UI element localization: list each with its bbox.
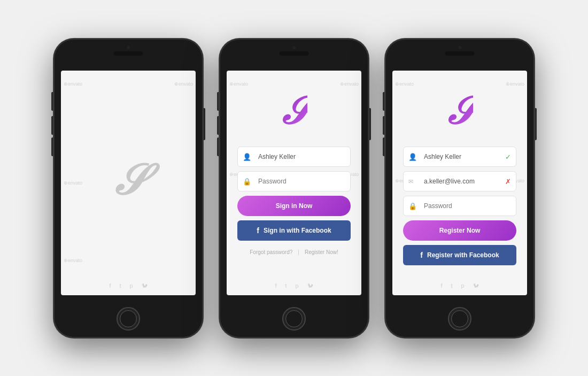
speaker-1 xyxy=(114,51,143,56)
register-now-button[interactable]: Register Now xyxy=(403,220,516,241)
user-icon: 👤 xyxy=(243,152,251,160)
home-button-1[interactable] xyxy=(117,307,140,331)
app-logo-signin: 𝒮 xyxy=(281,92,307,131)
social-icons-signin: f t p 🐿 xyxy=(227,282,361,289)
phone-top-1 xyxy=(114,46,143,56)
logo-letter-signin: 𝒮 xyxy=(281,92,307,131)
signin-footer: Forgot password? | Register Now! xyxy=(250,249,338,255)
envato-mark-r1: ⊕envato xyxy=(395,81,414,87)
camera-2 xyxy=(292,46,296,49)
camera-3 xyxy=(458,46,461,49)
footer-divider: | xyxy=(298,249,299,255)
splash-content: ⊕envato ⊕envato ⊕envato ⊕envato 𝒮 f t p … xyxy=(61,71,196,295)
register-now-link[interactable]: Register Now! xyxy=(305,249,338,255)
envato-mark-r2: ⊕envato xyxy=(506,81,524,87)
screen-signin: ⊕envato ⊕envato ⊕envato ⊕envato 𝒮 👤 🔒 xyxy=(227,71,361,295)
facebook-icon-register: f xyxy=(420,251,423,259)
sq-social-register: 🐿 xyxy=(473,282,479,289)
squirrel-social-icon: 🐿 xyxy=(142,282,148,289)
home-button-2[interactable] xyxy=(282,307,306,331)
signin-now-button[interactable]: Sign in Now xyxy=(237,196,351,216)
camera-1 xyxy=(127,46,130,49)
password-input[interactable] xyxy=(237,171,351,191)
envato-mark-s1: ⊕envato xyxy=(229,81,248,87)
app-logo-splash: 𝒮 xyxy=(113,159,143,202)
signin-now-label: Sign in Now xyxy=(276,202,313,210)
social-icons-splash: f t p 🐿 xyxy=(61,282,196,289)
social-icons-register: f t p 🐿 xyxy=(392,282,527,289)
name-status-check: ✓ xyxy=(505,152,511,160)
phone-signin: ⊕envato ⊕envato ⊕envato ⊕envato 𝒮 👤 🔒 xyxy=(219,39,369,338)
sq-social-signin: 🐿 xyxy=(307,282,313,289)
speaker-3 xyxy=(445,51,475,56)
home-button-inner-1 xyxy=(120,310,137,327)
app-logo-register: 𝒮 xyxy=(446,92,473,131)
envato-mark-4: ⊕envato xyxy=(64,258,82,263)
username-field-group: 👤 xyxy=(237,147,351,167)
email-icon: ✉ xyxy=(408,178,413,185)
phone-top-3 xyxy=(445,46,475,56)
phones-container: ⊕envato ⊕envato ⊕envato ⊕envato 𝒮 f t p … xyxy=(0,0,588,376)
name-input[interactable] xyxy=(403,147,516,167)
reg-password-field-group: 🔒 xyxy=(403,196,516,216)
name-field-group: 👤 ✓ xyxy=(403,147,516,167)
fb-social-signin: f xyxy=(275,282,276,289)
user-icon-register: 👤 xyxy=(408,152,417,160)
facebook-social-icon: f xyxy=(109,282,111,289)
envato-mark-3: ⊕envato xyxy=(64,180,82,186)
register-now-label: Register Now xyxy=(439,227,481,234)
twitter-social-icon: t xyxy=(119,282,121,289)
forgot-password-link[interactable]: Forgot password? xyxy=(250,249,292,255)
pt-social-register: p xyxy=(461,282,465,289)
pt-social-signin: p xyxy=(296,282,299,289)
screen-register: ⊕envato ⊕envato ⊕envato ⊕envato 𝒮 👤 ✓ ✉ xyxy=(392,71,527,295)
tw-social-register: t xyxy=(451,282,452,289)
email-field-group: ✉ ✗ xyxy=(403,171,516,191)
reg-password-input[interactable] xyxy=(403,196,516,216)
logo-letter-register: 𝒮 xyxy=(446,92,473,131)
signin-content: ⊕envato ⊕envato ⊕envato ⊕envato 𝒮 👤 🔒 xyxy=(227,71,361,295)
splash-logo-container: 𝒮 xyxy=(113,87,143,285)
fb-social-register: f xyxy=(440,282,442,289)
tw-social-signin: t xyxy=(285,282,287,289)
envato-mark-2: ⊕envato xyxy=(174,81,193,87)
signin-facebook-label: Sign in with Facebook xyxy=(264,227,331,234)
username-input[interactable] xyxy=(237,147,351,167)
phone-register: ⊕envato ⊕envato ⊕envato ⊕envato 𝒮 👤 ✓ ✉ xyxy=(385,39,535,338)
home-button-inner-2 xyxy=(285,310,303,327)
lock-icon-signin: 🔒 xyxy=(243,177,251,185)
email-input[interactable] xyxy=(403,171,516,191)
envato-mark: ⊕envato xyxy=(64,81,82,87)
email-status-x: ✗ xyxy=(505,177,511,185)
home-button-3[interactable] xyxy=(448,307,471,331)
lock-icon-register: 🔒 xyxy=(408,202,417,210)
facebook-icon-signin: f xyxy=(257,226,259,235)
register-content: ⊕envato ⊕envato ⊕envato ⊕envato 𝒮 👤 ✓ ✉ xyxy=(392,71,527,295)
screen-splash: ⊕envato ⊕envato ⊕envato ⊕envato 𝒮 f t p … xyxy=(61,71,196,295)
register-facebook-button[interactable]: f Register with Facebook xyxy=(403,245,516,265)
register-facebook-label: Register with Facebook xyxy=(427,251,499,259)
logo-letter-grey: 𝒮 xyxy=(113,159,143,202)
home-button-inner-3 xyxy=(451,310,468,327)
phone-top-2 xyxy=(280,46,309,56)
pinterest-social-icon: p xyxy=(130,282,133,289)
speaker-2 xyxy=(280,51,309,56)
envato-mark-s2: ⊕envato xyxy=(340,81,359,87)
password-field-group: 🔒 xyxy=(237,171,351,191)
phone-splash: ⊕envato ⊕envato ⊕envato ⊕envato 𝒮 f t p … xyxy=(53,39,203,338)
signin-facebook-button[interactable]: f Sign in with Facebook xyxy=(237,220,351,241)
